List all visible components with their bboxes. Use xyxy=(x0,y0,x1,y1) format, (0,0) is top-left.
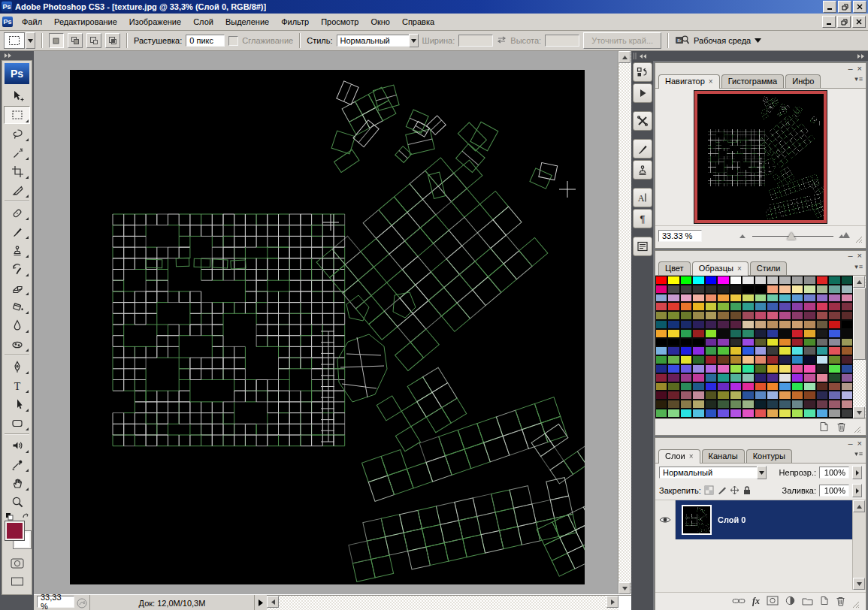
swatch[interactable] xyxy=(779,276,791,285)
swatch[interactable] xyxy=(779,338,791,347)
blend-dropdown-icon[interactable] xyxy=(757,466,767,479)
swatch[interactable] xyxy=(667,409,679,418)
horizontal-scrollbar[interactable] xyxy=(267,595,618,610)
lock-position-icon[interactable] xyxy=(730,485,739,497)
swatch[interactable] xyxy=(841,276,853,285)
swatch[interactable] xyxy=(655,373,667,382)
swatch[interactable] xyxy=(692,294,704,303)
swatch[interactable] xyxy=(692,320,704,329)
swatch[interactable] xyxy=(755,311,767,320)
swatch[interactable] xyxy=(841,329,853,338)
swatch[interactable] xyxy=(767,391,779,400)
antialias-checkbox[interactable] xyxy=(228,36,238,46)
dock-tool-presets-icon[interactable] xyxy=(633,111,652,131)
swatch[interactable] xyxy=(667,400,679,409)
swatch[interactable] xyxy=(803,294,815,303)
new-group-icon[interactable] xyxy=(802,596,813,607)
doc-restore-icon[interactable] xyxy=(837,16,851,28)
swatch[interactable] xyxy=(841,346,853,355)
new-swatch-icon[interactable] xyxy=(818,421,829,433)
swatch[interactable] xyxy=(742,364,754,373)
swatch[interactable] xyxy=(803,364,815,373)
layer-name[interactable]: Слой 0 xyxy=(718,515,746,524)
swatch[interactable] xyxy=(803,311,815,320)
swatch[interactable] xyxy=(705,373,717,382)
swatch[interactable] xyxy=(816,302,828,311)
panel-close-icon[interactable]: × xyxy=(857,65,862,71)
panels-collapse-header[interactable] xyxy=(653,51,868,61)
close-icon[interactable] xyxy=(853,1,866,13)
tab-close-icon[interactable]: × xyxy=(737,264,742,273)
doc-close-icon[interactable] xyxy=(852,16,866,28)
selection-mode-new-button[interactable] xyxy=(49,33,64,48)
swatch[interactable] xyxy=(803,373,815,382)
swatch[interactable] xyxy=(828,382,840,391)
swatch[interactable] xyxy=(767,338,779,347)
swatch[interactable] xyxy=(705,302,717,311)
panel-menu-icon[interactable]: ▾≡ xyxy=(854,263,863,270)
menu-item-1[interactable]: Файл xyxy=(16,15,48,29)
swatch[interactable] xyxy=(816,346,828,355)
tool-preset-picker[interactable] xyxy=(4,32,35,49)
menu-item-9[interactable]: Справка xyxy=(396,15,440,29)
scroll-left-icon[interactable] xyxy=(267,596,279,608)
swatch[interactable] xyxy=(717,285,729,294)
swatch[interactable] xyxy=(791,285,803,294)
swatch[interactable] xyxy=(803,338,815,347)
swatch[interactable] xyxy=(667,355,679,364)
swatch[interactable] xyxy=(680,391,692,400)
swatch[interactable] xyxy=(692,346,704,355)
swatch[interactable] xyxy=(767,276,779,285)
zoom-out-icon[interactable] xyxy=(739,231,748,240)
swatch[interactable] xyxy=(655,346,667,355)
swatch[interactable] xyxy=(655,338,667,347)
zoom-in-icon[interactable] xyxy=(838,231,851,240)
layer-row[interactable]: Слой 0 xyxy=(655,500,852,539)
swatch[interactable] xyxy=(779,329,791,338)
panel-minimize-icon[interactable]: – xyxy=(848,252,852,258)
swatch[interactable] xyxy=(730,373,742,382)
swatch[interactable] xyxy=(803,329,815,338)
swatch[interactable] xyxy=(655,409,667,418)
swatch[interactable] xyxy=(841,355,853,364)
swatch[interactable] xyxy=(816,338,828,347)
swatch[interactable] xyxy=(717,338,729,347)
swatch[interactable] xyxy=(667,285,679,294)
swatch[interactable] xyxy=(717,364,729,373)
swatch[interactable] xyxy=(655,311,667,320)
swatch[interactable] xyxy=(717,329,729,338)
swatch[interactable] xyxy=(655,294,667,303)
swatch[interactable] xyxy=(803,320,815,329)
swatch[interactable] xyxy=(730,329,742,338)
swatch[interactable] xyxy=(680,294,692,303)
swatch[interactable] xyxy=(828,276,840,285)
swatches-tab-Образцы[interactable]: Образцы× xyxy=(692,261,749,276)
lock-transparency-icon[interactable] xyxy=(704,485,714,497)
zoom-tool[interactable] xyxy=(4,493,30,511)
slice-tool[interactable] xyxy=(4,181,30,199)
swatch[interactable] xyxy=(742,409,754,418)
swatch[interactable] xyxy=(791,409,803,418)
swatch[interactable] xyxy=(828,329,840,338)
swatch[interactable] xyxy=(816,294,828,303)
layer-thumbnail[interactable] xyxy=(682,505,712,535)
menu-item-8[interactable]: Окно xyxy=(364,15,396,29)
swatch[interactable] xyxy=(791,329,803,338)
blur-tool[interactable] xyxy=(4,316,30,334)
swatch[interactable] xyxy=(841,302,853,311)
swatch[interactable] xyxy=(717,346,729,355)
swatch[interactable] xyxy=(803,409,815,418)
swatch[interactable] xyxy=(742,302,754,311)
swatch[interactable] xyxy=(742,382,754,391)
swatch[interactable] xyxy=(692,373,704,382)
swatch[interactable] xyxy=(730,320,742,329)
swatch[interactable] xyxy=(828,409,840,418)
add-mask-icon[interactable] xyxy=(767,596,779,607)
swatch[interactable] xyxy=(791,364,803,373)
height-input[interactable] xyxy=(545,35,579,47)
paint-bucket-tool[interactable] xyxy=(4,297,30,316)
swatch[interactable] xyxy=(767,409,779,418)
eyedropper-tool[interactable] xyxy=(4,455,30,473)
link-layers-icon[interactable] xyxy=(732,597,746,606)
dock-brushes-icon[interactable] xyxy=(633,139,652,159)
